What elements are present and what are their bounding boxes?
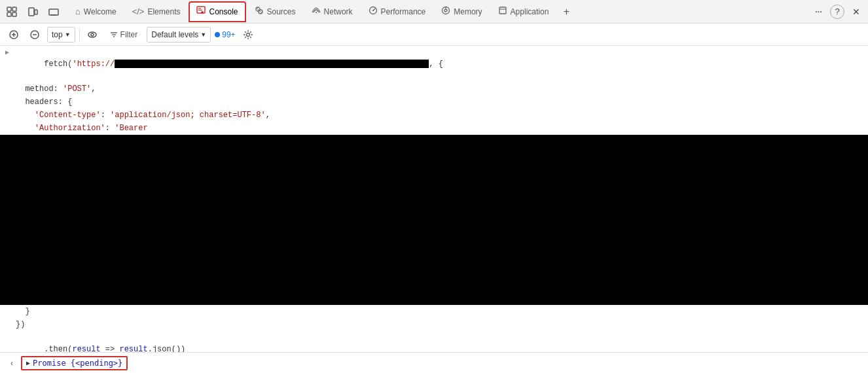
- inspect-element-btn[interactable]: [3, 3, 21, 21]
- svg-point-29: [91, 33, 94, 36]
- console-line-headers: headers: {: [0, 96, 868, 109]
- tab-welcome-label: Welcome: [84, 7, 117, 16]
- context-label: top: [52, 30, 63, 39]
- filter-label: Filter: [120, 30, 138, 39]
- default-levels-selector[interactable]: Default levels ▼: [147, 27, 211, 43]
- welcome-icon: ⌂: [75, 7, 81, 16]
- auth-line: 'Authorization': 'Bearer: [16, 122, 148, 134]
- memory-icon: [441, 6, 450, 17]
- fetch-url-prefix: 'https://: [72, 60, 115, 69]
- default-levels-label: Default levels: [151, 30, 198, 39]
- network-icon: [312, 6, 321, 17]
- close-devtools-btn[interactable]: ✕: [847, 3, 865, 21]
- tab-application[interactable]: Application: [491, 1, 556, 22]
- sources-icon: [255, 6, 264, 17]
- svg-point-17: [372, 10, 374, 11]
- tab-sources[interactable]: Sources: [247, 1, 303, 22]
- add-tab-btn[interactable]: +: [557, 3, 575, 21]
- console-line-then1: .then(result => result.json()): [0, 331, 868, 352]
- tab-memory-label: Memory: [454, 7, 482, 16]
- tab-network[interactable]: Network: [304, 1, 360, 22]
- fetch-url-redacted: [115, 60, 429, 68]
- default-levels-dropdown-icon: ▼: [200, 31, 206, 38]
- new-message-btn[interactable]: [5, 26, 22, 43]
- headers-line: headers: {: [16, 96, 72, 108]
- tab-sources-label: Sources: [267, 7, 296, 16]
- toolbar-separator: [79, 28, 80, 41]
- tab-application-label: Application: [511, 7, 549, 16]
- console-line-fetch: fetch('https://, {: [0, 46, 868, 82]
- tab-memory[interactable]: Memory: [434, 1, 489, 22]
- close-brace: }: [16, 306, 30, 317]
- svg-rect-1: [12, 7, 16, 11]
- clear-console-btn[interactable]: [26, 26, 43, 43]
- responsive-btn[interactable]: [45, 3, 63, 21]
- badge-count: 99+: [222, 30, 235, 39]
- svg-point-15: [316, 12, 317, 13]
- performance-icon: [369, 6, 378, 17]
- svg-point-28: [88, 32, 96, 37]
- fetch-keyword: fetch(: [44, 60, 72, 69]
- tab-performance[interactable]: Performance: [361, 1, 433, 22]
- help-btn[interactable]: ?: [830, 5, 844, 19]
- console-bottom-bar: ‹ ▶ Promise {<pending>}: [0, 352, 868, 373]
- devtools-icon-group: [3, 3, 63, 21]
- fetch-suffix: , {: [429, 60, 443, 69]
- close-paren: }): [16, 319, 25, 330]
- then1-line: .then(result => result.json()): [16, 332, 185, 352]
- svg-rect-5: [35, 10, 37, 14]
- tab-console[interactable]: Console: [189, 1, 245, 22]
- console-settings-btn[interactable]: [240, 26, 257, 43]
- svg-rect-3: [12, 12, 16, 16]
- content-type-line: 'Content-type': 'application/json; chars…: [16, 109, 270, 121]
- console-line-method: method: 'POST',: [0, 82, 868, 96]
- method-line: method: 'POST',: [16, 83, 96, 95]
- tab-network-label: Network: [324, 7, 353, 16]
- redacted-content-block: [0, 135, 868, 305]
- promise-result-badge[interactable]: ▶ Promise {<pending>}: [21, 356, 128, 370]
- console-output[interactable]: fetch('https://, { method: 'POST', heade…: [0, 46, 868, 352]
- console-toolbar: top ▼ Filter Default levels ▼ 99+: [0, 24, 868, 46]
- bottom-back-btn[interactable]: ‹: [5, 357, 18, 370]
- svg-rect-21: [499, 7, 506, 14]
- promise-expand-icon: ▶: [26, 359, 30, 366]
- message-count-badge[interactable]: 99+: [215, 30, 235, 39]
- tab-welcome[interactable]: ⌂ Welcome: [68, 1, 124, 22]
- filter-btn[interactable]: Filter: [105, 27, 143, 43]
- badge-dot: [215, 32, 220, 37]
- svg-rect-4: [29, 8, 34, 16]
- tab-elements[interactable]: </> Elements: [125, 1, 188, 22]
- tab-bar: ⌂ Welcome </> Elements Console Sources N…: [0, 0, 868, 24]
- svg-rect-6: [49, 9, 58, 15]
- more-options-btn[interactable]: ···: [809, 3, 827, 21]
- tab-console-label: Console: [209, 7, 238, 16]
- svg-point-11: [201, 11, 204, 14]
- console-line-close-paren: }): [0, 318, 868, 331]
- svg-point-33: [246, 33, 249, 36]
- promise-label: Promise {<pending>}: [33, 359, 122, 368]
- svg-line-14: [257, 8, 262, 13]
- application-icon: [498, 6, 507, 17]
- device-toolbar-btn[interactable]: [24, 3, 42, 21]
- tab-right-controls: ··· ? ✕: [809, 3, 865, 21]
- eye-btn[interactable]: [84, 26, 101, 43]
- console-icon: [196, 6, 206, 17]
- console-line-auth: 'Authorization': 'Bearer: [0, 122, 868, 135]
- console-line-close-brace: }: [0, 305, 868, 318]
- tab-performance-label: Performance: [381, 7, 426, 16]
- console-line-content-type: 'Content-type': 'application/json; chars…: [0, 109, 868, 122]
- context-dropdown-icon: ▼: [65, 31, 71, 38]
- elements-icon: </>: [132, 7, 145, 16]
- svg-point-19: [444, 9, 447, 12]
- tab-elements-label: Elements: [147, 7, 180, 16]
- context-selector[interactable]: top ▼: [47, 27, 75, 43]
- svg-rect-0: [7, 7, 11, 11]
- svg-rect-2: [7, 12, 11, 16]
